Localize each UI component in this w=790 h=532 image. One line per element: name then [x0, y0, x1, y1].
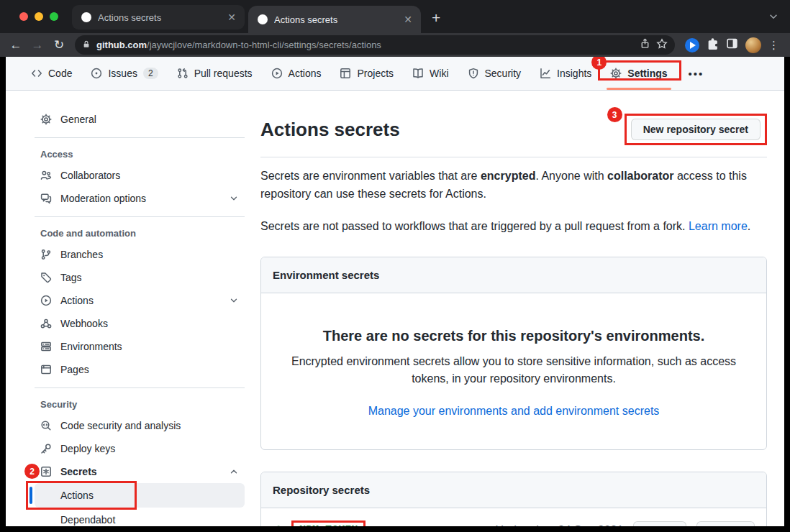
- minimize-window-button[interactable]: [35, 12, 43, 21]
- update-secret-button[interactable]: Update: [633, 521, 686, 526]
- new-repository-secret-button[interactable]: New repository secret: [631, 119, 761, 140]
- tag-icon: [40, 272, 52, 283]
- shield-icon: [468, 68, 479, 79]
- play-circle-icon: [271, 68, 283, 79]
- sidebar-item-label: Moderation options: [60, 193, 146, 204]
- table-icon: [340, 68, 351, 79]
- active-tab-underline: [607, 88, 671, 90]
- repo-tab-issues[interactable]: Issues2: [81, 57, 167, 90]
- sidebar-item-webhooks[interactable]: Webhooks: [35, 312, 245, 335]
- bookmark-star-icon[interactable]: [656, 38, 668, 52]
- intro-paragraph: Secrets are environment variables that a…: [260, 168, 767, 203]
- sidebar-item-label: Webhooks: [60, 318, 108, 329]
- sidebar-item-deploy-keys[interactable]: Deploy keys: [35, 437, 245, 460]
- lock-icon: [82, 39, 91, 52]
- repo-nav-overflow-button[interactable]: •••: [677, 57, 716, 90]
- profile-avatar[interactable]: [745, 37, 761, 53]
- browser-toolbar: ← → ↻ github.com/jaywcjlove/markdown-to-…: [0, 33, 790, 57]
- fork-paragraph: Secrets are not passed to workflows that…: [260, 218, 767, 236]
- chevron-up-icon: [229, 467, 239, 477]
- close-window-button[interactable]: [19, 12, 28, 21]
- sidebar-divider: [35, 137, 245, 138]
- secret-row: NPM_TOKEN Updated on 24 Sep 2021 Update …: [261, 508, 766, 526]
- address-bar[interactable]: github.com/jaywcjlove/markdown-to-html-c…: [75, 35, 675, 55]
- back-button[interactable]: ←: [6, 38, 26, 52]
- remove-secret-button[interactable]: Remove: [696, 521, 755, 526]
- sidebar-item-general[interactable]: General: [35, 108, 245, 131]
- secret-name: NPM_TOKEN: [291, 520, 366, 526]
- gear-icon: [40, 114, 52, 125]
- sidebar-item-tags[interactable]: Tags: [35, 266, 245, 289]
- repo-tab-wiki[interactable]: Wiki: [403, 57, 458, 90]
- annotation-circle-1: 1: [591, 57, 607, 70]
- sidebar-item-code-security-and-analysis[interactable]: Code security and analysis: [35, 414, 245, 437]
- tab-close-icon[interactable]: ✕: [402, 14, 414, 25]
- sidebar-item-label: Actions: [60, 490, 94, 501]
- gear-icon: [610, 68, 622, 79]
- sidebar-item-branches[interactable]: Branches: [35, 243, 245, 266]
- env-empty-description: Encrypted environment secrets allow you …: [291, 353, 737, 387]
- sidebar-item-secrets[interactable]: Secrets2: [35, 460, 245, 483]
- browser-window: Actions secrets✕Actions secrets✕ + ← → ↻…: [0, 0, 790, 532]
- secret-asterisk-icon: [40, 466, 52, 477]
- manage-environments-link[interactable]: Manage your environments and add environ…: [368, 405, 660, 418]
- sidebar-item-environments[interactable]: Environments: [35, 335, 245, 358]
- macos-traffic-lights[interactable]: [19, 12, 58, 21]
- sidebar-item-pages[interactable]: Pages: [35, 358, 245, 381]
- env-empty-title: There are no secrets for this repository…: [283, 328, 745, 344]
- repo-tab-pull-requests[interactable]: Pull requests: [168, 57, 262, 90]
- sidebar-divider: [35, 216, 245, 217]
- reload-button[interactable]: ↻: [49, 37, 69, 52]
- sidebar-item-collaborators[interactable]: Collaborators: [35, 164, 245, 187]
- browser-tab[interactable]: Actions secrets✕: [248, 6, 421, 33]
- main-content: Actions secrets 3 New repository secret …: [245, 108, 767, 526]
- extensions-puzzle-icon[interactable]: [707, 37, 719, 52]
- sidebar-item-actions[interactable]: Actions: [35, 289, 245, 312]
- issue-opened-icon: [91, 68, 102, 79]
- repo-tab-label: Pull requests: [194, 68, 253, 79]
- browser-menu-kebab-icon[interactable]: ⋮: [768, 39, 780, 52]
- sidebar-item-label: Environments: [60, 341, 122, 352]
- sidebar-section-title: Security: [35, 395, 245, 414]
- repo-tab-actions[interactable]: Actions: [262, 57, 331, 90]
- git-branch-icon: [40, 249, 52, 260]
- comment-discussion-icon: [40, 193, 52, 204]
- repo-tab-settings[interactable]: Settings1: [601, 57, 676, 90]
- share-icon[interactable]: [640, 38, 650, 52]
- browser-tab[interactable]: Actions secrets✕: [72, 5, 245, 29]
- sidebar-item-moderation-options[interactable]: Moderation options: [35, 187, 245, 210]
- sidebar-item-label: Tags: [60, 272, 82, 283]
- side-panel-icon[interactable]: [726, 37, 738, 52]
- browser-tab-strip: Actions secrets✕Actions secrets✕ +: [0, 0, 790, 33]
- annotation-circle-2: 2: [24, 464, 40, 479]
- tab-search-chevron-icon[interactable]: [768, 12, 778, 24]
- tab-close-icon[interactable]: ✕: [226, 12, 237, 23]
- title-divider: [260, 157, 767, 157]
- browser-extensions-area: ⋮: [681, 37, 784, 53]
- annotation-circle-3: 3: [607, 107, 622, 122]
- forward-button[interactable]: →: [27, 38, 47, 52]
- annotation-box-new-secret: 3 New repository secret: [625, 114, 767, 145]
- repo-tab-projects[interactable]: Projects: [330, 57, 403, 90]
- sidebar-item-dependabot[interactable]: Dependabot: [35, 508, 245, 526]
- sidebar-item-label: Deploy keys: [60, 443, 115, 454]
- repo-tab-label: Settings: [627, 68, 667, 79]
- repo-tab-nav: CodeIssues2Pull requestsActionsProjectsW…: [6, 57, 784, 91]
- repo-tab-label: Code: [48, 68, 72, 79]
- tab-title: Actions secrets: [98, 12, 220, 23]
- sidebar-item-actions[interactable]: Actions: [35, 483, 245, 508]
- zoom-window-button[interactable]: [50, 12, 58, 21]
- graph-icon: [540, 68, 551, 79]
- video-extension-icon[interactable]: [685, 38, 699, 52]
- sidebar-item-label: General: [60, 114, 96, 125]
- new-tab-button[interactable]: +: [432, 9, 440, 27]
- learn-more-link[interactable]: Learn more: [689, 220, 748, 232]
- repo-tab-label: Issues: [108, 68, 137, 79]
- repo-tab-label: Wiki: [430, 68, 448, 79]
- repo-tab-security[interactable]: Security: [458, 57, 531, 90]
- repo-tab-insights[interactable]: Insights: [530, 57, 601, 90]
- repo-tab-code[interactable]: Code: [22, 57, 81, 90]
- repo-tab-label: Insights: [557, 68, 591, 79]
- github-mark-icon: [257, 14, 268, 25]
- github-page: CodeIssues2Pull requestsActionsProjectsW…: [6, 57, 784, 526]
